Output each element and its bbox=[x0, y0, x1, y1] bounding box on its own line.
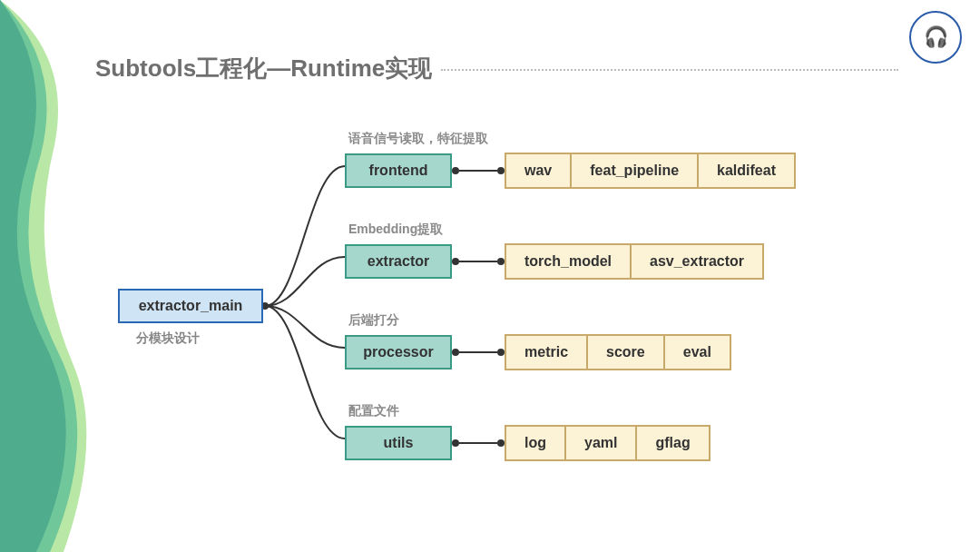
sub-box: metric bbox=[506, 336, 588, 369]
connector-line bbox=[459, 442, 497, 444]
dot-icon bbox=[497, 258, 505, 265]
module-name: extractor bbox=[368, 253, 429, 270]
module-name: frontend bbox=[369, 163, 428, 179]
connector bbox=[452, 258, 505, 265]
sub-box: asv_extractor bbox=[632, 245, 762, 278]
module-name: utils bbox=[384, 435, 414, 451]
dot-icon bbox=[452, 167, 459, 174]
sub-box: score bbox=[588, 336, 665, 369]
sub-group-processor: metric score eval bbox=[505, 334, 731, 370]
sub-box: yaml bbox=[566, 427, 637, 459]
sub-box: eval bbox=[665, 336, 730, 369]
root-subtitle: 分模块设计 bbox=[136, 330, 200, 347]
connector-line bbox=[459, 261, 497, 262]
page-title: Subtools工程化—Runtime实现 bbox=[95, 53, 432, 84]
sub-box: feat_pipeline bbox=[572, 154, 699, 187]
module-label: 后端打分 bbox=[348, 312, 926, 329]
module-row-frontend: 语音信号读取，特征提取 frontend wav feat_pipeline k… bbox=[345, 131, 926, 189]
connector-line bbox=[459, 351, 497, 353]
sub-box: torch_model bbox=[506, 245, 632, 278]
dot-icon bbox=[497, 439, 505, 447]
module-row-processor: 后端打分 processor metric score eval bbox=[345, 312, 926, 370]
sub-box: wav bbox=[506, 154, 572, 187]
page-title-area: Subtools工程化—Runtime实现 bbox=[95, 53, 898, 84]
connector bbox=[452, 167, 505, 174]
module-label: 语音信号读取，特征提取 bbox=[348, 131, 926, 147]
dot-icon bbox=[452, 439, 459, 447]
connector bbox=[452, 439, 505, 447]
root-module-name: extractor_main bbox=[139, 298, 243, 314]
root-module-box: extractor_main bbox=[118, 289, 263, 323]
dot-icon bbox=[497, 167, 505, 174]
architecture-diagram: extractor_main 分模块设计 语音信号读取，特征提取 fronten… bbox=[0, 109, 980, 508]
sub-group-frontend: wav feat_pipeline kaldifeat bbox=[505, 153, 796, 189]
org-logo: 🎧 bbox=[909, 11, 962, 64]
sub-box: gflag bbox=[637, 427, 708, 459]
connector bbox=[452, 349, 505, 356]
module-box-processor: processor bbox=[345, 335, 452, 370]
module-row-extractor: Embedding提取 extractor torch_model asv_ex… bbox=[345, 222, 926, 280]
sub-group-utils: log yaml gflag bbox=[505, 425, 710, 461]
module-name: processor bbox=[363, 344, 433, 360]
dot-icon bbox=[452, 258, 459, 265]
sub-box: kaldifeat bbox=[699, 154, 794, 187]
headphone-icon: 🎧 bbox=[924, 25, 948, 49]
sub-box: log bbox=[506, 427, 566, 459]
module-box-utils: utils bbox=[345, 426, 452, 460]
module-box-extractor: extractor bbox=[345, 244, 452, 279]
title-divider bbox=[441, 69, 898, 71]
dot-icon bbox=[452, 349, 459, 356]
module-box-frontend: frontend bbox=[345, 153, 452, 188]
dot-icon bbox=[497, 349, 505, 356]
module-label: 配置文件 bbox=[348, 403, 926, 419]
sub-group-extractor: torch_model asv_extractor bbox=[505, 243, 764, 280]
connector-line bbox=[459, 170, 497, 172]
module-row-utils: 配置文件 utils log yaml gflag bbox=[345, 403, 926, 461]
module-label: Embedding提取 bbox=[348, 222, 926, 238]
